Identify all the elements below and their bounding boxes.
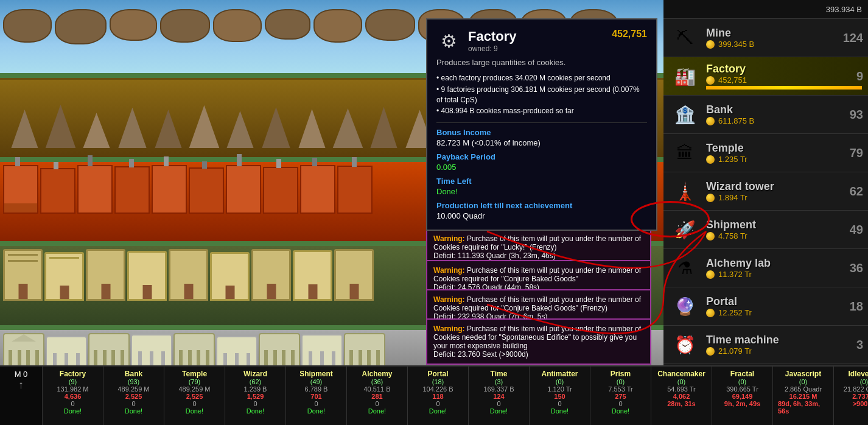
sidebar-item-mine[interactable]: ⛏ Mine 399.345 B 124 [663,19,868,57]
time-machine-coin-icon [706,347,715,356]
bottom-wizard[interactable]: Wizard (62) 1.239 B 1,529 0 Done! [225,367,286,425]
bottom-antimatter-val2: 150 [554,393,565,400]
bottom-idleverse-val1: 21.822 Quadr [844,385,868,393]
bottom-portal[interactable]: Portal (18) 104.226 B 118 0 Done! [408,367,469,425]
alchemy-coin-icon [706,270,715,279]
bottom-shipment-val2: 701 [310,393,321,400]
bottom-javascript-name: Javascript [785,370,821,378]
sidebar-alchemy-name: Alchemy lab [706,257,862,270]
bottom-bank[interactable]: Bank (93) 489.259 M 2,525 0 Done! [103,367,164,425]
bottom-javascript[interactable]: Javascript (0) 2.865 Quadr 16.215 M 89d,… [773,367,834,425]
bottom-alchemy-val2: 281 [371,393,382,400]
tooltip-bonus-section: Bonus Income 82.723 M (<0.01% of income) [436,122,647,147]
sidebar-factory-cost: 452,751 [706,76,862,85]
bottom-javascript-count: (0) [799,378,807,385]
sidebar-bank-cost: 611.875 B [706,116,862,125]
sidebar-item-factory[interactable]: 🏭 Factory 452,751 9 [663,57,868,96]
bottom-time-val3: 0 [497,400,500,407]
bottom-fractal-val1: 390.665 Tr [726,385,758,393]
bottom-idleverse-val3: >9000d [853,400,868,407]
sidebar-item-time-machine[interactable]: ⏰ Time machine 21.079 Tr 3 [663,326,868,364]
sidebar-item-wizard-tower[interactable]: 🗼 Wizard tower 1.894 Tr 62 [663,172,868,211]
bottom-prism-count: (0) [617,378,625,385]
warning-title-5: Warning: [433,325,467,333]
tooltip-payback-section: Payback Period 0.005 [436,152,647,172]
tooltip-timeleft-label: Time Left [436,177,647,186]
bottom-antimatter-count: (0) [556,378,564,385]
warning-title-2: Warning: [433,234,467,243]
bottom-alchemy-val3: 0 [375,400,379,407]
bottom-antimatter-val1: 1.120 Tr [547,385,572,393]
sidebar-bank-count: 93 [850,108,863,122]
bottom-prism-name: Prism [611,370,631,378]
bottom-bank-name: Bank [125,370,142,378]
bottom-javascript-val1: 2.865 Quadr [785,385,822,393]
tooltip-achievement-section: Production left till next achievement 10… [436,201,647,220]
bottom-factory[interactable]: Factory (9) 131.982 M 4,636 0 Done! [43,367,103,425]
sidebar-bank-name: Bank [706,104,862,116]
sidebar-portal-count: 18 [850,300,863,314]
temple-icon: 🏛 [670,138,700,168]
bottom-chancemaker-name: Chancemaker [657,370,705,378]
tooltip-stat-2: • 9 factories producing 306.181 M cookie… [436,85,647,105]
shipment-coin-icon [706,232,715,241]
shipment-icon: 🚀 [670,214,700,245]
bottom-factory-val2: 4,636 [65,393,82,400]
sidebar: 393.934 B ⛏ Mine 399.345 B 124 🏭 Factory… [663,0,868,365]
bottom-chancemaker-val1: 54.693 Tr [667,385,695,393]
sidebar-item-portal[interactable]: 🔮 Portal 12.252 Tr 18 [663,287,868,326]
tooltip-desc: Produces large quantities of cookies. [436,58,647,67]
bottom-bank-status: Done! [125,407,142,415]
bottom-prism-val2: 275 [615,393,626,400]
sidebar-item-shipment[interactable]: 🚀 Shipment 4.758 Tr 49 [663,211,868,249]
tooltip-stat-1: • each factory produces 34.020 M cookies… [436,73,647,83]
sidebar-item-alchemy-lab[interactable]: ⚗ Alchemy lab 11.372 Tr 36 [663,249,868,287]
warning-title-4: Warning: [433,295,467,304]
bottom-bank-count: (93) [128,378,140,385]
bottom-chancemaker[interactable]: Chancemaker (0) 54.693 Tr 4,062 28m, 31s [651,367,712,425]
sidebar-temple-count: 79 [850,146,863,160]
tooltip-bonus-label: Bonus Income [436,128,647,137]
bottom-shipment[interactable]: Shipment (49) 6.789 B 701 0 Done! [286,367,347,425]
warning-deficit-5: Deficit: 23.760 Sext (>9000d) [433,350,528,359]
bottom-javascript-val2: 16.215 M [789,393,817,400]
bottom-m-label: M 0 [15,370,28,379]
tooltip-stat-3: • 408.994 B cookies mass-produced so far [436,106,647,116]
bottom-arrow: ↑ [18,379,24,392]
bottom-factory-status: Done! [64,407,82,415]
top-score-bar: 393.934 B [663,0,868,19]
sidebar-temple-name: Temple [706,142,862,155]
tooltip-gear-icon: ⚙ [436,29,461,53]
tooltip-timeleft-value: Done! [436,187,647,196]
tooltip-bonus-value: 82.723 M (<0.01% of income) [436,138,647,147]
sidebar-factory-count: 9 [856,69,863,83]
sidebar-mine-name: Mine [706,27,862,40]
bottom-prism[interactable]: Prism (0) 7.553 Tr 275 0 Done! [590,367,651,425]
warning-box-5: Warning: Purchase of this item will put … [426,318,651,365]
tooltip-achievement-label: Production left till next achievement [436,201,647,210]
sidebar-item-temple[interactable]: 🏛 Temple 1.235 Tr 79 [663,134,868,172]
bottom-temple[interactable]: Temple (79) 489.259 M 2,525 0 Done! [164,367,225,425]
bottom-chancemaker-val3: 28m, 31s [667,400,695,407]
factory-icon: 🏭 [670,61,700,91]
bottom-bar: M 0 ↑ Factory (9) 131.982 M 4,636 0 Done… [0,365,868,425]
bottom-time[interactable]: Time (3) 169.337 B 124 0 Done! [469,367,530,425]
bottom-idleverse-count: (0) [860,378,868,385]
bottom-alchemy[interactable]: Alchemy (36) 40.511 B 281 0 Done! [347,367,408,425]
bottom-chancemaker-count: (0) [677,378,685,385]
sidebar-factory-name: Factory [706,63,862,76]
bottom-time-name: Time [491,370,508,378]
sidebar-time-machine-cost: 21.079 Tr [706,346,862,356]
tooltip-popup: ⚙ Factory owned: 9 452,751 Produces larg… [426,18,657,231]
bottom-idleverse[interactable]: Idleverse (0) 21.822 Quadr 2.737 B >9000… [834,367,868,425]
bottom-portal-status: Done! [429,407,447,415]
bottom-bank-val1: 489.259 M [118,385,150,393]
bottom-factory-name: Factory [60,370,86,378]
bottom-fractal[interactable]: Fractal (0) 390.665 Tr 69,149 9h, 2m, 49… [712,367,773,425]
bottom-alchemy-status: Done! [368,407,386,415]
sidebar-time-machine-count: 3 [856,338,863,352]
bottom-temple-name: Temple [182,370,207,378]
bottom-antimatter[interactable]: Antimatter (0) 1.120 Tr 150 0 Done! [530,367,590,425]
sidebar-item-bank[interactable]: 🏦 Bank 611.875 B 93 [663,96,868,134]
bottom-antimatter-name: Antimatter [541,370,578,378]
